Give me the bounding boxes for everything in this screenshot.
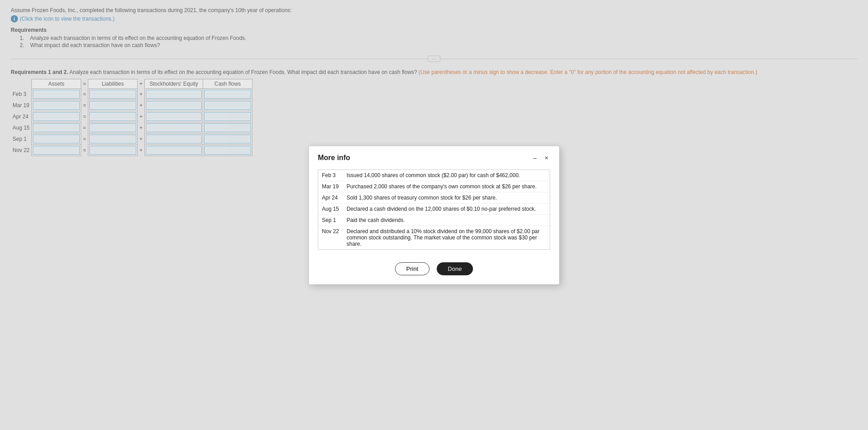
modal-close-button[interactable]: ×	[543, 153, 550, 162]
modal-title: More info	[318, 154, 350, 162]
modal: More info – × Feb 3 Issued 14,000 shares…	[308, 146, 560, 164]
modal-overlay: More info – × Feb 3 Issued 14,000 shares…	[0, 0, 868, 163]
modal-controls: – ×	[531, 153, 550, 162]
modal-header: More info – ×	[309, 146, 559, 164]
modal-minimize-button[interactable]: –	[531, 153, 538, 162]
